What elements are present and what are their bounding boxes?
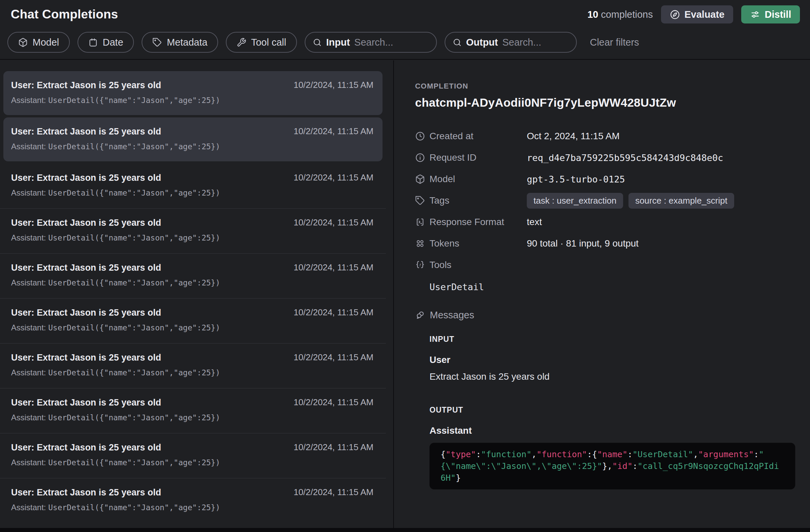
field-value: text <box>527 217 542 228</box>
code-line: {\"name\":\"Jason\",\"age\":25}"},"id":"… <box>441 460 784 472</box>
filter-pill-label: Tool call <box>251 37 286 48</box>
filter-pill-tool-call[interactable]: Tool call <box>226 32 297 53</box>
completion-id: chatcmpl-ADyAodii0NF7ig7yLepWW428UJtZw <box>415 96 797 109</box>
field-row-tokens: Tokens90 total · 81 input, 9 output <box>415 233 797 254</box>
page-title: Chat Completions <box>11 7 118 21</box>
distill-button-label: Distill <box>765 9 791 20</box>
item-user-text: User: Extract Jason is 25 years old <box>11 80 161 90</box>
completion-list-item[interactable]: User: Extract Jason is 25 years old10/2/… <box>0 164 386 209</box>
item-timestamp: 10/2/2024, 11:15 AM <box>294 80 373 90</box>
item-assistant-text: Assistant: UserDetail({"name":"Jason","a… <box>11 503 373 512</box>
field-value: req_d4e7ba759225b595c584243d9c848e0c <box>527 153 723 163</box>
output-search-field[interactable] <box>502 37 569 48</box>
calendar-icon <box>88 37 98 47</box>
item-assistant-text: Assistant: UserDetail({"name":"Jason","a… <box>11 368 373 377</box>
input-search-field[interactable] <box>354 37 429 48</box>
clock-icon <box>415 131 425 141</box>
content-area: User: Extract Jason is 25 years old10/2/… <box>0 61 810 528</box>
item-timestamp: 10/2/2024, 11:15 AM <box>294 442 373 452</box>
field-label: Model <box>430 174 527 184</box>
completion-list-item[interactable]: User: Extract Jason is 25 years old10/2/… <box>0 209 386 254</box>
completion-list-item-selected[interactable]: User: Extract Jason is 25 years old10/2/… <box>3 71 383 115</box>
tag-chips: task : user_extractionsource : example_s… <box>527 193 734 209</box>
input-search[interactable]: Input <box>305 32 437 53</box>
assistant-tool-call-code: {"type":"function","function":{"name":"U… <box>430 443 795 489</box>
filter-pill-metadata[interactable]: Metadata <box>142 32 218 53</box>
completions-count-label: completions <box>601 9 653 20</box>
cube-icon <box>18 37 28 47</box>
field-row-response-format: Response Formattext <box>415 211 797 233</box>
output-search-label: Output <box>466 37 498 48</box>
topbar: Chat Completions 10 completions Evaluate… <box>0 0 810 60</box>
item-user-text: User: Extract Jason is 25 years old <box>11 307 161 318</box>
completions-count-number: 10 <box>587 9 598 20</box>
filter-pill-label: Model <box>33 37 59 48</box>
field-label: Request ID <box>430 152 527 163</box>
wrench-icon <box>237 37 246 47</box>
filter-pill-label: Date <box>103 37 123 48</box>
completion-list: User: Extract Jason is 25 years old10/2/… <box>0 61 393 528</box>
evaluate-button-label: Evaluate <box>684 9 725 20</box>
item-timestamp: 10/2/2024, 11:15 AM <box>294 126 373 136</box>
item-timestamp: 10/2/2024, 11:15 AM <box>294 352 373 363</box>
messages-content: INPUT User Extract Jason is 25 years old… <box>430 335 797 489</box>
code-line: 6H"} <box>441 472 784 484</box>
item-user-text: User: Extract Jason is 25 years old <box>11 487 161 498</box>
completion-kicker: COMPLETION <box>415 82 797 90</box>
item-assistant-text: Assistant: UserDetail({"name":"Jason","a… <box>11 413 373 422</box>
tag-icon <box>415 196 425 205</box>
field-label: Created at <box>430 131 527 142</box>
item-assistant-text: Assistant: UserDetail({"name":"Jason","a… <box>11 142 373 151</box>
filter-pills: ModelDateMetadataTool call <box>7 32 297 53</box>
field-label: Tokens <box>430 238 527 249</box>
evaluate-button[interactable]: Evaluate <box>661 5 733 23</box>
item-user-text: User: Extract Jason is 25 years old <box>11 172 161 183</box>
completion-list-item[interactable]: User: Extract Jason is 25 years old10/2/… <box>0 299 386 344</box>
filter-pill-date[interactable]: Date <box>78 32 134 53</box>
item-user-text: User: Extract Jason is 25 years old <box>11 352 161 363</box>
cube-icon <box>415 174 425 184</box>
assistant-role-label: Assistant <box>430 425 797 436</box>
tokens-icon <box>415 238 425 249</box>
clear-filters-link[interactable]: Clear filters <box>590 37 639 48</box>
field-label: Tools <box>430 260 527 270</box>
distill-sliders-icon <box>750 10 760 20</box>
completion-list-item[interactable]: User: Extract Jason is 25 years old10/2/… <box>0 478 386 523</box>
topbar-actions: 10 completions Evaluate Distill <box>587 5 800 23</box>
user-role-label: User <box>430 354 797 365</box>
item-assistant-text: Assistant: UserDetail({"name":"Jason","a… <box>11 458 373 467</box>
filter-pill-model[interactable]: Model <box>7 32 70 53</box>
filter-bar: ModelDateMetadataTool call Input Output … <box>7 32 639 53</box>
completion-detail-panel: COMPLETION chatcmpl-ADyAodii0NF7ig7yLepW… <box>394 61 810 528</box>
chat-completions-page: Chat Completions 10 completions Evaluate… <box>0 0 810 532</box>
item-user-text: User: Extract Jason is 25 years old <box>11 217 161 228</box>
field-row-model: Modelgpt-3.5-turbo-0125 <box>415 168 797 190</box>
tool-item-userdetail[interactable]: UserDetail <box>430 282 797 292</box>
item-timestamp: 10/2/2024, 11:15 AM <box>294 487 373 497</box>
completion-list-item[interactable]: User: Extract Jason is 25 years old10/2/… <box>0 254 386 299</box>
window-bottom-edge <box>0 528 810 532</box>
user-message-text: Extract Jason is 25 years old <box>430 371 797 382</box>
completion-list-item[interactable]: User: Extract Jason is 25 years old10/2/… <box>0 433 386 478</box>
item-assistant-text: Assistant: UserDetail({"name":"Jason","a… <box>11 233 373 243</box>
messages-section-header: Messages <box>415 310 797 321</box>
item-user-text: User: Extract Jason is 25 years old <box>11 442 161 453</box>
tag-chip: task : user_extraction <box>527 193 623 209</box>
completion-list-item[interactable]: User: Extract Jason is 25 years old10/2/… <box>0 344 386 388</box>
completion-list-item-selected[interactable]: User: Extract Jason is 25 years old10/2/… <box>3 117 383 161</box>
completion-list-item[interactable]: User: Extract Jason is 25 years old10/2/… <box>0 388 386 433</box>
messages-icon <box>415 310 425 320</box>
response-format-icon <box>415 217 425 227</box>
metadata-fields: Created atOct 2, 2024, 11:15 AMRequest I… <box>415 126 797 276</box>
output-search[interactable]: Output <box>444 32 577 53</box>
distill-button[interactable]: Distill <box>741 5 800 23</box>
search-icon <box>313 38 322 47</box>
svg-text:f: f <box>419 263 421 267</box>
search-icon <box>453 38 462 47</box>
item-user-text: User: Extract Jason is 25 years old <box>11 397 161 408</box>
field-row-request-id: Request IDreq_d4e7ba759225b595c584243d9c… <box>415 147 797 168</box>
output-section-label: OUTPUT <box>430 405 797 415</box>
item-timestamp: 10/2/2024, 11:15 AM <box>294 172 373 183</box>
item-user-text: User: Extract Jason is 25 years old <box>11 126 161 137</box>
item-timestamp: 10/2/2024, 11:15 AM <box>294 217 373 228</box>
